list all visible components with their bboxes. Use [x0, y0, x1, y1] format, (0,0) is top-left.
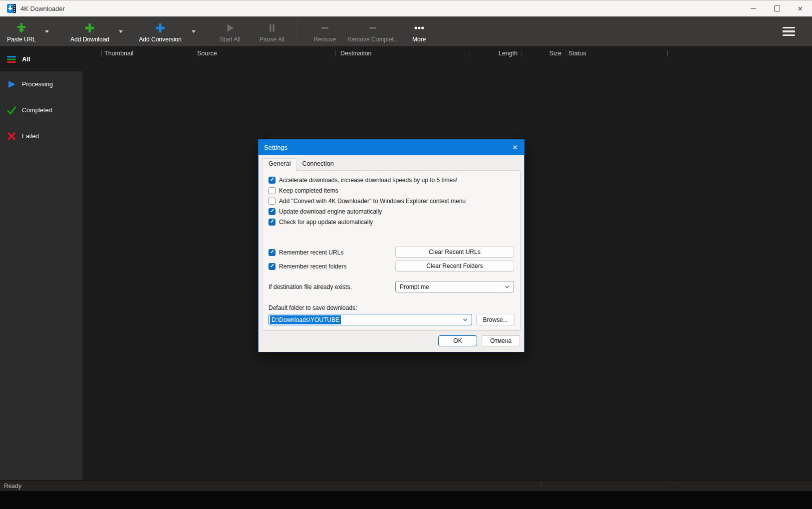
list-column-header: Thumbnail Source Destination Length Size…	[0, 47, 812, 60]
pause-all-button[interactable]: Pause All	[251, 16, 293, 46]
checkbox-label: Add "Convert with 4K Downloader" to Wind…	[279, 198, 466, 205]
checkbox-remember-urls[interactable]: Remember recent URLs	[269, 249, 343, 256]
add-download-icon	[84, 22, 96, 34]
status-text: Ready	[4, 483, 21, 490]
clear-recent-urls-button[interactable]: Clear Recent URLs	[395, 247, 514, 257]
column-destination[interactable]: Destination	[340, 47, 372, 60]
chevron-down-icon	[462, 317, 468, 323]
more-button[interactable]: More	[402, 16, 437, 46]
column-thumbnail[interactable]: Thumbnail	[104, 47, 133, 60]
app-window: 4K Downloader Paste URL Add Download	[0, 0, 812, 509]
add-conversion-dropdown[interactable]	[187, 16, 201, 46]
add-download-dropdown[interactable]	[114, 16, 128, 46]
destination-exists-label: If destination file already exists,	[269, 283, 352, 290]
checkbox-icon[interactable]	[269, 187, 275, 194]
window-titlebar: 4K Downloader	[0, 0, 812, 16]
statusbar-divider	[541, 483, 542, 489]
checkbox-label: Keep completed items	[279, 187, 338, 194]
add-download-button[interactable]: Add Download	[66, 16, 114, 46]
pause-all-icon	[266, 22, 278, 34]
column-size[interactable]: Size	[522, 47, 561, 60]
column-divider[interactable]	[101, 50, 102, 57]
sidebar-item-failed[interactable]: Failed	[0, 123, 82, 149]
sidebar-item-processing[interactable]: Processing	[0, 71, 82, 97]
settings-dialog-titlebar: Settings	[259, 140, 524, 155]
hamburger-icon	[783, 27, 795, 28]
sidebar: Processing Completed Failed	[0, 71, 82, 480]
maximize-button[interactable]	[765, 0, 789, 16]
destination-exists-select[interactable]: Prompt me	[395, 281, 514, 292]
default-folder-input[interactable]: D:\Downloads\YOUTUBE	[269, 314, 472, 325]
checkbox-icon[interactable]	[269, 249, 275, 256]
add-conversion-button[interactable]: Add Conversion	[134, 16, 187, 46]
checkbox-icon[interactable]	[269, 198, 275, 205]
remove-completed-button[interactable]: Remove Complet...	[344, 16, 402, 46]
checkbox-icon[interactable]	[269, 177, 275, 184]
sidebar-item-label: Processing	[22, 81, 53, 88]
toolbar-separator	[205, 19, 205, 43]
tab-general[interactable]: General	[263, 158, 296, 171]
hamburger-menu-button[interactable]	[780, 24, 798, 39]
remove-icon	[319, 22, 331, 34]
minimize-button[interactable]	[742, 0, 765, 16]
checkbox-icon[interactable]	[269, 208, 275, 215]
checkbox-check-app-update[interactable]: Check for app update automatically	[269, 218, 373, 226]
clear-recent-folders-button[interactable]: Clear Recent Folders	[395, 260, 514, 271]
column-divider[interactable]	[565, 50, 565, 57]
ok-button[interactable]: OK	[438, 335, 477, 346]
browse-button[interactable]: Browse...	[476, 314, 515, 325]
app-logo-icon	[7, 4, 16, 13]
failed-cross-icon	[6, 131, 16, 141]
sidebar-item-all[interactable]: All	[0, 47, 82, 71]
column-status[interactable]: Status	[568, 47, 586, 60]
checkbox-label: Remember recent folders	[279, 263, 346, 270]
checkbox-context-menu[interactable]: Add "Convert with 4K Downloader" to Wind…	[269, 197, 466, 205]
main-toolbar: Paste URL Add Download Add Conversion St…	[0, 16, 812, 47]
add-conversion-icon	[154, 22, 166, 34]
start-all-icon	[224, 22, 236, 34]
chevron-down-icon	[192, 30, 196, 33]
checkbox-icon[interactable]	[269, 219, 275, 226]
desktop-background	[0, 491, 812, 509]
checkbox-update-engine[interactable]: Update download engine automatically	[269, 208, 382, 216]
sidebar-item-label: Failed	[22, 133, 39, 140]
checkbox-accelerate[interactable]: Accelerate downloads, increase download …	[269, 176, 458, 184]
sidebar-item-completed[interactable]: Completed	[0, 97, 82, 123]
dialog-footer: OK Отмена	[259, 330, 524, 352]
status-bar: Ready	[0, 480, 812, 491]
checkbox-label: Accelerate downloads, increase download …	[279, 177, 458, 184]
processing-play-icon	[6, 79, 16, 89]
column-divider[interactable]	[194, 50, 194, 57]
settings-dialog-title: Settings	[264, 144, 287, 151]
paste-url-button[interactable]: Paste URL	[3, 16, 40, 46]
chevron-down-icon	[119, 30, 123, 33]
checkbox-remember-folders[interactable]: Remember recent folders	[269, 262, 346, 270]
cancel-button[interactable]: Отмена	[482, 335, 520, 346]
general-tab-page: Accelerate downloads, increase download …	[262, 170, 521, 331]
statusbar-divider	[673, 483, 673, 489]
default-folder-label: Default folder to save downloads:	[269, 304, 357, 311]
close-button[interactable]	[789, 0, 812, 16]
more-ellipsis-icon	[413, 22, 425, 34]
column-divider[interactable]	[335, 50, 336, 57]
sidebar-item-label: Completed	[22, 107, 52, 114]
checkbox-icon[interactable]	[269, 263, 275, 270]
all-filter-icon	[6, 54, 16, 64]
paste-url-dropdown[interactable]	[40, 16, 54, 46]
remove-completed-icon	[367, 22, 379, 34]
checkbox-keep-completed[interactable]: Keep completed items	[269, 187, 338, 195]
column-divider[interactable]	[470, 50, 470, 57]
toolbar-separator	[297, 19, 297, 43]
sidebar-item-label: All	[22, 55, 30, 63]
remove-button[interactable]: Remove	[305, 16, 344, 46]
select-value: Prompt me	[400, 283, 429, 290]
settings-close-button[interactable]	[506, 140, 524, 155]
column-length[interactable]: Length	[478, 47, 518, 60]
tab-connection[interactable]: Connection	[296, 158, 339, 170]
completed-check-icon	[6, 105, 16, 115]
start-all-button[interactable]: Start All	[209, 16, 251, 46]
settings-dialog: Settings General Connection Accelerate d…	[258, 139, 525, 352]
folder-path-selected-text: D:\Downloads\YOUTUBE	[270, 315, 341, 324]
column-divider[interactable]	[667, 50, 668, 57]
column-source[interactable]: Source	[197, 47, 217, 60]
